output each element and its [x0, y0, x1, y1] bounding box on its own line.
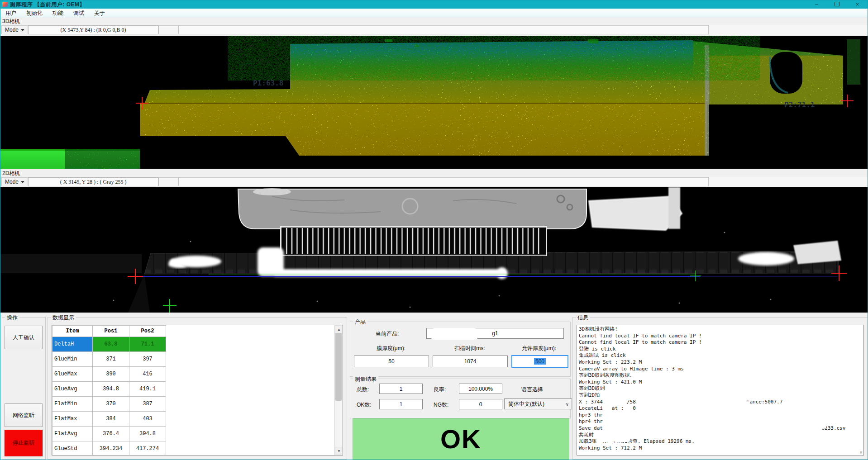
toolbar-spacer — [178, 25, 709, 34]
camera3d-label: 3D相机 — [2, 18, 20, 25]
yield-label: 良率: — [434, 386, 446, 394]
redaction-blob — [613, 436, 630, 442]
table-cell: 370 — [93, 397, 129, 412]
film-thickness-input[interactable]: 50 — [354, 356, 429, 367]
scroll-down-icon[interactable]: ∨ — [859, 450, 863, 455]
redaction-blob — [597, 436, 609, 442]
camera2d-view[interactable] — [0, 187, 868, 313]
log-line: 3D相机没有网络! — [579, 326, 862, 333]
camera2d-mode-button[interactable]: Mode — [1, 177, 28, 186]
camera2d-label: 2D相机 — [2, 170, 20, 177]
table-row[interactable]: GlueStd394.234417.274 — [52, 441, 166, 456]
ng-count-input[interactable]: 0 — [459, 399, 502, 409]
title-bar[interactable]: 测厚程序 【当前用户: OEM】 – × — [0, 0, 868, 9]
scrollbar-thumb[interactable] — [335, 333, 342, 401]
table-cell: 397 — [129, 352, 166, 367]
log-line: 集成调试 is click — [579, 352, 862, 359]
table-row[interactable]: GlueMax390416 — [52, 367, 166, 382]
operations-panel: 操作 人工确认 网络监听 停止监听 — [2, 317, 46, 460]
table-row[interactable]: FlatAvg376.4394.8 — [52, 427, 166, 441]
camera2d-mode-label: Mode — [5, 179, 19, 185]
app-window: 测厚程序 【当前用户: OEM】 – × 用户初始化功能调试关于 3D相机 Mo… — [0, 0, 868, 460]
info-title: 信息 — [576, 314, 590, 322]
toolbar-spacer — [178, 177, 709, 186]
product-title: 产品 — [353, 318, 367, 326]
chevron-down-icon: ∨ — [566, 402, 569, 407]
camera3d-pixel-status: (X 5473,Y 84) : (R 0,G 0,B 0) — [28, 25, 158, 34]
scroll-down-icon[interactable]: ▼ — [335, 447, 343, 455]
table-cell: 387 — [129, 397, 166, 412]
table-cell: FlatAvg — [52, 427, 93, 441]
maximize-icon — [835, 2, 839, 6]
log-line: Working Set : 712.2 M — [579, 445, 862, 452]
scroll-up-icon[interactable]: ▲ — [335, 325, 343, 333]
table-row[interactable]: DeltaH63.871.1 — [52, 337, 166, 352]
redaction-blob — [679, 408, 829, 430]
table-row[interactable]: GlueAvg394.8419.1 — [52, 382, 166, 397]
grayscale-image — [0, 187, 868, 313]
menu-item-2[interactable]: 功能 — [48, 9, 68, 18]
scan-time-input[interactable]: 1074 — [433, 356, 508, 367]
network-listen-button[interactable]: 网络监听 — [5, 403, 43, 427]
allowed-thickness-input[interactable]: 500 — [511, 355, 568, 368]
menu-item-4[interactable]: 关于 — [89, 9, 110, 18]
result-status-banner: OK — [353, 418, 569, 460]
ng-count-label: NG数: — [434, 401, 448, 409]
app-icon — [2, 2, 8, 7]
yield-input[interactable]: 100.000% — [459, 384, 502, 394]
results-title: 测量结果 — [353, 375, 378, 383]
language-select-value: 简体中文(默认) — [508, 400, 544, 408]
results-panel: 测量结果 总数: 1 良率: 100.000% 语言选择 OK数: 1 NG数:… — [350, 379, 571, 418]
menu-item-1[interactable]: 初始化 — [21, 9, 48, 18]
table-cell: 390 — [93, 367, 129, 382]
toolbar-separator — [158, 25, 178, 34]
camera3d-mode-label: Mode — [5, 27, 19, 33]
log-line: Cannot find local IF to match camera IP … — [579, 333, 862, 340]
table-cell: 371 — [93, 352, 129, 367]
camera2d-pixel-status: ( X 3145, Y 28 ) : ( Gray 255 ) — [28, 177, 158, 186]
maximize-button[interactable] — [827, 0, 847, 9]
manual-confirm-button[interactable]: 人工确认 — [5, 326, 43, 349]
table-cell: DeltaH — [52, 337, 93, 352]
table-cell: 376.4 — [93, 427, 129, 441]
table-cell: 394.8 — [129, 427, 166, 441]
selected-text: 500 — [534, 358, 546, 365]
table-row[interactable]: FlatMax384403 — [52, 412, 166, 427]
table-cell: GlueAvg — [52, 382, 93, 397]
close-button[interactable]: × — [847, 0, 868, 9]
table-cell: 419.1 — [129, 382, 166, 397]
film-thickness-label: 膜厚度(μm): — [354, 345, 428, 352]
menu-item-0[interactable]: 用户 — [0, 9, 21, 18]
table-row[interactable]: GlueMin371397 — [52, 352, 166, 367]
table-cell: GlueMin — [52, 352, 93, 367]
ok-count-input[interactable]: 1 — [379, 399, 423, 409]
table-scrollbar[interactable]: ▲ ▼ — [334, 325, 343, 455]
table-cell: 394.234 — [93, 441, 129, 456]
total-input[interactable]: 1 — [379, 384, 423, 394]
table-cell: 416 — [129, 367, 166, 382]
table-column-header: Item — [52, 326, 93, 337]
table-cell: FlatMax — [52, 412, 93, 427]
stop-listen-button[interactable]: 停止监听 — [5, 430, 43, 456]
total-label: 总数: — [357, 386, 369, 394]
data-table-head: ItemPos1Pos2 — [52, 326, 166, 337]
redaction-blob — [429, 328, 480, 340]
toolbar-separator — [158, 177, 178, 186]
table-column-header: Pos2 — [129, 326, 166, 337]
menu-item-3[interactable]: 调试 — [68, 9, 89, 18]
data-display-title: 数据显示 — [51, 314, 76, 322]
data-table-container: ItemPos1Pos2 DeltaH63.871.1GlueMin371397… — [52, 325, 343, 455]
log-line: Cannot find local IF to match camera IP … — [579, 339, 862, 346]
window-title: 测厚程序 【当前用户: OEM】 — [10, 1, 85, 9]
camera2d-toolbar: Mode ( X 3145, Y 28 ) : ( Gray 255 ) — [0, 177, 868, 187]
minimize-button[interactable]: – — [806, 0, 827, 9]
table-row[interactable]: FlatMin370387 — [52, 397, 166, 412]
chevron-down-icon — [21, 181, 24, 183]
table-cell: 63.8 — [93, 337, 129, 352]
camera3d-mode-button[interactable]: Mode — [1, 25, 28, 34]
table-cell: 403 — [129, 412, 166, 427]
camera3d-view[interactable]: P1:63.8 P2:71.1 — [0, 36, 868, 169]
log-line: Working Set : 223.2 M — [579, 359, 862, 366]
language-select[interactable]: 简体中文(默认) ∨ — [504, 398, 572, 409]
data-display-panel: 数据显示 ItemPos1Pos2 DeltaH63.871.1GlueMin3… — [48, 317, 347, 460]
